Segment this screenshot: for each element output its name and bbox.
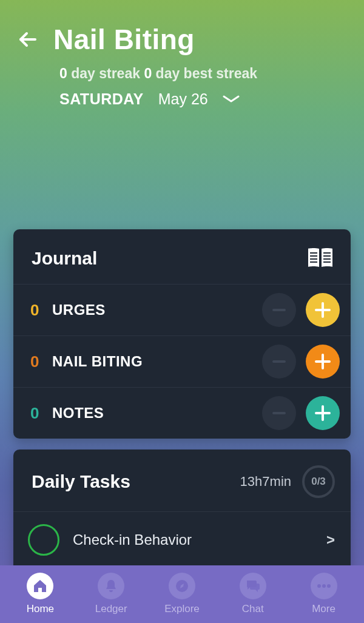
task-row-check-in[interactable]: Check-in Behavior > <box>13 511 351 568</box>
journal-row-notes: 0 NOTES <box>13 387 351 439</box>
daily-tasks-progress-text: 0/3 <box>311 476 326 488</box>
best-streak-value: 0 <box>144 66 152 81</box>
card-stack: Journal <box>0 229 364 586</box>
book-icon <box>306 246 335 271</box>
plus-icon <box>314 301 332 319</box>
nav-item-explore[interactable]: Explore <box>149 573 215 615</box>
bottom-nav: Home Ledger Explore Chat More <box>0 565 364 623</box>
nav-label: More <box>312 603 335 615</box>
compass-icon <box>169 573 195 599</box>
header: Nail Biting 0 day streak 0 day best stre… <box>0 0 364 108</box>
more-icon <box>311 573 337 599</box>
header-top-row: Nail Biting <box>17 23 347 56</box>
journal-card: Journal <box>13 229 351 439</box>
date-rest: May 26 <box>158 90 208 108</box>
home-icon <box>27 573 53 599</box>
journal-label: NAIL BITING <box>52 353 252 370</box>
nav-label: Chat <box>242 603 264 615</box>
svg-point-18 <box>322 584 326 588</box>
chat-icon <box>240 573 266 599</box>
journal-label: NOTES <box>52 405 252 422</box>
nav-item-ledger[interactable]: Ledger <box>78 573 144 615</box>
nav-label: Explore <box>164 603 200 615</box>
chevron-down-icon <box>223 95 240 104</box>
minus-icon <box>272 360 286 363</box>
chevron-right-icon: > <box>326 531 335 548</box>
app-screen: Nail Biting 0 day streak 0 day best stre… <box>0 0 364 623</box>
journal-title: Journal <box>32 248 97 269</box>
streak-label: day streak <box>67 66 144 81</box>
streak-value: 0 <box>59 66 67 81</box>
date-selector[interactable]: SATURDAY May 26 <box>59 90 347 108</box>
svg-point-17 <box>317 584 321 588</box>
task-complete-circle[interactable] <box>28 524 59 556</box>
decrement-button[interactable] <box>262 345 296 379</box>
daily-tasks-progress-badge: 0/3 <box>302 465 335 498</box>
plus-icon <box>314 404 332 422</box>
journal-row-nail-biting: 0 NAIL BITING <box>13 335 351 387</box>
journal-count: 0 <box>30 404 42 423</box>
journal-count: 0 <box>30 301 42 320</box>
decrement-button[interactable] <box>262 396 296 430</box>
nav-item-home[interactable]: Home <box>7 573 73 615</box>
nav-label: Home <box>27 603 54 615</box>
increment-button[interactable] <box>306 345 340 379</box>
streak-line: 0 day streak 0 day best streak <box>59 66 347 82</box>
bell-icon <box>98 573 124 599</box>
journal-header: Journal <box>13 229 351 284</box>
decrement-button[interactable] <box>262 293 296 327</box>
arrow-left-icon <box>17 29 38 50</box>
daily-tasks-time-remaining: 13h7min <box>240 474 291 490</box>
minus-icon <box>272 309 286 311</box>
back-button[interactable] <box>17 29 38 50</box>
nav-label: Ledger <box>95 603 127 615</box>
plus-icon <box>314 352 332 371</box>
date-day: SATURDAY <box>59 90 144 108</box>
daily-tasks-title: Daily Tasks <box>32 471 229 492</box>
increment-button[interactable] <box>306 293 340 327</box>
nav-item-more[interactable]: More <box>291 573 357 615</box>
journal-open-button[interactable] <box>306 246 335 271</box>
page-title: Nail Biting <box>53 23 195 56</box>
best-streak-label: day best streak <box>152 66 257 81</box>
svg-point-19 <box>327 584 331 588</box>
journal-count: 0 <box>30 352 42 371</box>
task-label: Check-in Behavior <box>73 531 313 548</box>
journal-row-urges: 0 URGES <box>13 284 351 335</box>
minus-icon <box>272 412 286 414</box>
increment-button[interactable] <box>306 396 340 430</box>
journal-label: URGES <box>52 301 252 318</box>
daily-tasks-header: Daily Tasks 13h7min 0/3 <box>13 450 351 511</box>
nav-item-chat[interactable]: Chat <box>220 573 286 615</box>
